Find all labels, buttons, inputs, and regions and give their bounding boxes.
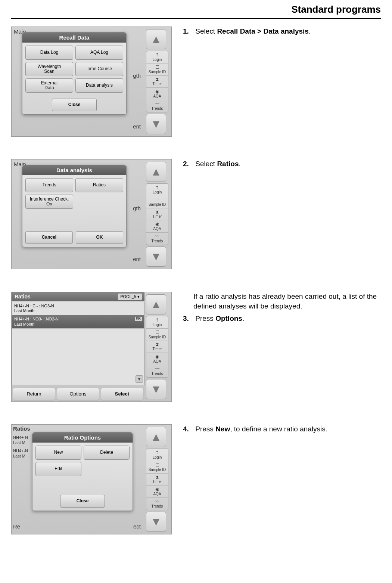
row2-badge: SB [135, 317, 142, 321]
wavelength-scan-button[interactable]: Wavelength Scan [25, 62, 73, 76]
interference-check-button[interactable]: Interference Check: On [25, 195, 73, 209]
popup-body-4: New Delete Edit [32, 443, 133, 492]
sample-id-icon-4[interactable]: ☐Sample ID [146, 461, 168, 474]
data-log-button[interactable]: Data Log [25, 46, 73, 60]
time-course-button[interactable]: Time Course [75, 62, 123, 76]
trends-icon-4[interactable]: 〰Trends [146, 498, 168, 510]
aqa-icon-2[interactable]: ◉AQA [146, 220, 168, 233]
arrow-up-icon-4[interactable]: ▲ [146, 427, 166, 447]
bg-fragment: gth [133, 72, 141, 79]
step-1-text: 1. Select Recall Data > Data analysis. [183, 27, 381, 39]
bg-ect: ect [133, 523, 141, 530]
bg-row1a: NH4+-N [13, 435, 28, 440]
timer-icon-3[interactable]: ⧗Timer [146, 341, 168, 353]
aqa-label-3: AQA [153, 359, 161, 363]
sample-id-icon[interactable]: ☐Sample ID [146, 63, 168, 76]
row2-line2: Last Month [14, 322, 142, 327]
popup-body-2: Trends Ratios Interference Check: On [22, 175, 126, 228]
popup-title-2: Data analysis [22, 165, 126, 175]
trends-icon-3[interactable]: 〰Trends [146, 365, 168, 377]
row1-line1: NH4+-N : Cl- : NO3-N [14, 304, 142, 308]
arrow-down-icon[interactable]: ▼ [146, 114, 166, 134]
arrow-up-icon-3[interactable]: ▲ [146, 294, 166, 314]
empty-slot [84, 462, 130, 476]
pool-badge[interactable]: POOL_5 ▾ [118, 293, 142, 300]
select-button[interactable]: Select [101, 388, 143, 400]
aqa-icon[interactable]: ◉AQA [146, 88, 168, 100]
aqa-label: AQA [153, 94, 161, 98]
bg-fragment-b: gth [133, 205, 141, 211]
step-2-bold: Ratios [217, 160, 239, 168]
cancel-button[interactable]: Cancel [25, 231, 73, 244]
step-1-pre: Select [195, 27, 217, 35]
side-icon-strip-2: ⇡Login ☐Sample ID ⧗Timer ◉AQA 〰Trends [146, 183, 168, 245]
close-button[interactable]: Close [52, 99, 97, 111]
arrow-down-icon-3[interactable]: ▼ [146, 379, 166, 399]
side-icon-strip: ⇡Login ☐Sample ID ⧗Timer ◉AQA 〰Trends [146, 51, 168, 112]
sample-id-label-2: Sample ID [149, 202, 166, 207]
aqa-icon-4[interactable]: ◉AQA [146, 486, 168, 498]
aqa-label-4: AQA [153, 492, 161, 496]
popup-title-4: Ratio Options [32, 432, 133, 443]
login-icon[interactable]: ⇡Login [146, 51, 168, 63]
popup-footer-2: Cancel OK [22, 228, 126, 247]
login-label-3: Login [153, 323, 162, 327]
arrow-up-icon[interactable]: ▲ [146, 29, 166, 49]
login-icon-4[interactable]: ⇡Login [146, 449, 168, 461]
ratios-button[interactable]: Ratios [75, 178, 123, 192]
ratios-list: NH4+-N : Cl- : NO3-N Last Month NH4+-N :… [12, 302, 144, 385]
screenshot-ratio-options: Ratios NH4+-N Last M NH4+-N Last M Re ec… [11, 424, 172, 534]
return-button[interactable]: Return [13, 388, 55, 400]
bg-row2a: NH4+-N [13, 449, 28, 453]
sample-id-icon-3[interactable]: ☐Sample ID [146, 329, 168, 341]
aqa-log-button[interactable]: AQA Log [75, 46, 123, 60]
ratios-row-1[interactable]: NH4+-N : Cl- : NO3-N Last Month [12, 302, 144, 315]
delete-button[interactable]: Delete [84, 446, 130, 460]
close-button-4[interactable]: Close [60, 495, 105, 508]
aqa-icon-3[interactable]: ◉AQA [146, 353, 168, 365]
trends-icon[interactable]: 〰Trends [146, 100, 168, 112]
step-3-num: 3. [183, 314, 193, 323]
login-icon-2[interactable]: ⇡Login [146, 184, 168, 196]
data-analysis-button[interactable]: Data analysis [75, 78, 123, 93]
edit-button[interactable]: Edit [35, 462, 81, 476]
side-icon-strip-4: ⇡Login ☐Sample ID ⧗Timer ◉AQA 〰Trends [146, 449, 168, 510]
timer-icon-4[interactable]: ⧗Timer [146, 474, 168, 486]
step-2-text: 2. Select Ratios. [183, 159, 381, 172]
bg-re: Re [13, 523, 20, 530]
step-4-num: 4. [183, 424, 193, 434]
side-panel-3: ▲ ⇡Login ☐Sample ID ⧗Timer ◉AQA 〰Trends … [146, 294, 168, 399]
step-1-post: . [309, 27, 311, 35]
trends-button[interactable]: Trends [25, 178, 73, 192]
timer-icon[interactable]: ⧗Timer [146, 76, 168, 88]
step-4-post: , to define a new ratio analysis. [230, 425, 327, 433]
login-label: Login [153, 58, 162, 62]
ok-button[interactable]: OK [76, 231, 123, 244]
login-icon-3[interactable]: ⇡Login [146, 316, 168, 329]
login-label-4: Login [153, 455, 162, 459]
empty-cell-3 [75, 211, 123, 225]
bg-fragment-c: ent [133, 256, 141, 262]
bg-ratios-title: Ratios [13, 425, 30, 432]
ratios-row-2[interactable]: NH4+-N : NO3- : NO2-N Last Month SB [12, 315, 144, 328]
popup-footer: Close [22, 96, 126, 114]
arrow-up-icon-2[interactable]: ▲ [146, 162, 166, 182]
step-4-text: 4. Press New, to define a new ratio anal… [183, 424, 381, 437]
step-3-pre: Press [195, 314, 215, 322]
list-scroll-down-icon[interactable]: ▾ [136, 375, 143, 383]
external-data-button[interactable]: External Data [25, 78, 73, 93]
timer-icon-2[interactable]: ⧗Timer [146, 208, 168, 221]
row1-line2: Last Month [14, 308, 142, 313]
new-button[interactable]: New [35, 446, 81, 460]
empty-cell [75, 195, 123, 209]
step-1-row: Main gth ent Recall Data Data Log AQA Lo… [11, 27, 381, 137]
step-4-pre: Press [195, 425, 215, 433]
timer-label-4: Timer [152, 480, 162, 484]
side-panel-4: ▲ ⇡Login ☐Sample ID ⧗Timer ◉AQA 〰Trends … [146, 427, 168, 532]
data-analysis-popup: Data analysis Trends Ratios Interference… [22, 165, 127, 247]
arrow-down-icon-2[interactable]: ▼ [146, 246, 166, 267]
sample-id-icon-2[interactable]: ☐Sample ID [146, 196, 168, 208]
trends-icon-2[interactable]: 〰Trends [146, 233, 168, 245]
options-button[interactable]: Options [57, 388, 99, 400]
arrow-down-icon-4[interactable]: ▼ [146, 512, 166, 532]
